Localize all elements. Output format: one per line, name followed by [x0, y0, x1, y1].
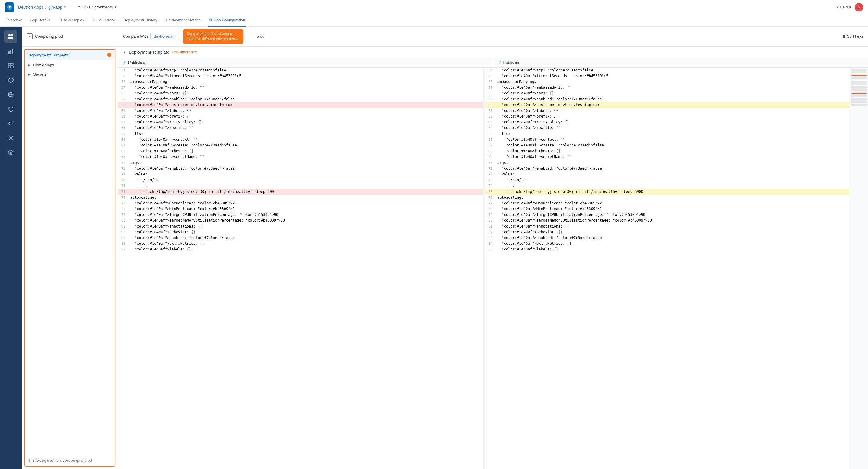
table-row: 76autoscaling:: [485, 195, 850, 200]
table-row: 65 tls:: [485, 131, 850, 137]
compare-env-select[interactable]: devtron-qa ▾: [150, 33, 179, 40]
table-row: 83 "color:#1e40af">enabled: "color:#7c3a…: [485, 235, 850, 241]
sidebar-item-apps[interactable]: [4, 30, 18, 43]
tree-item-deployment-template[interactable]: Deployment Template: [25, 50, 115, 60]
table-row: 64 "color:#1e40af">rewrite: "": [118, 125, 483, 131]
table-row: 82 "color:#1e40af">behavior: {}: [118, 229, 483, 235]
devtron-logo[interactable]: [5, 2, 14, 12]
sort-keys-button[interactable]: ⇅ Sort keys: [842, 34, 863, 39]
table-row: 62 "color:#1e40af">prefix: /: [485, 114, 850, 119]
table-row: 78 "color:#1e40af">MinReplicas: "color:#…: [118, 206, 483, 212]
compare-with-label: Compare With: [123, 34, 148, 39]
table-row: 84 "color:#1e40af">extraMetrics: []: [485, 241, 850, 247]
tab-build-deploy[interactable]: Build & Deploy: [58, 14, 85, 27]
close-compare-button[interactable]: ×: [27, 33, 33, 39]
diff-col-divider[interactable]: [483, 67, 485, 469]
help-button[interactable]: ? Help ▾: [836, 5, 851, 9]
sidebar-item-globe[interactable]: [4, 88, 18, 101]
sidebar-item-code[interactable]: [4, 117, 18, 130]
env-dropdown-icon[interactable]: ▾: [115, 5, 117, 9]
sidebar-item-layers[interactable]: [4, 146, 18, 159]
right-col-label: Published: [503, 60, 521, 65]
diff-content: 54 "color:#1e40af">tcp: "color:#7c3aed">…: [118, 67, 868, 469]
has-difference-badge: Has difference: [172, 50, 197, 54]
table-row: 85 "color:#1e40af">labels: {}: [118, 247, 483, 252]
table-row: 63 "color:#1e40af">retryPolicy: {}: [485, 119, 850, 125]
table-row: 73 - /bin/sh: [485, 177, 850, 183]
table-row: 74 - -c: [485, 183, 850, 189]
svg-rect-5: [8, 51, 10, 54]
current-app-link[interactable]: gin-app: [48, 5, 62, 10]
table-row: 60 "color:#1e40af">hostname: devtron.tes…: [485, 102, 850, 108]
tree-container: Deployment Template ▶ ConfigMaps ▶ Secre…: [24, 49, 116, 467]
parent-app-link[interactable]: Devtron Apps: [18, 5, 43, 10]
diff-columns-header: ✓ Published ✓ Published: [118, 58, 868, 67]
svg-rect-8: [8, 63, 10, 65]
sort-icon: ⇅: [842, 34, 846, 39]
table-row: 77 "color:#1e40af">MaxReplicas: "color:#…: [485, 200, 850, 206]
table-row: 60 "color:#1e40af">hostname: devtron.exa…: [118, 102, 483, 108]
sidebar-item-chart[interactable]: [4, 44, 18, 58]
help-label: Help: [840, 5, 848, 9]
table-row: 80 "color:#1e40af">TargetMemoryUtilizati…: [485, 218, 850, 223]
table-row: 79 "color:#1e40af">TargetCPUUtilizationP…: [118, 212, 483, 218]
table-row: 64 "color:#1e40af">rewrite: "": [485, 125, 850, 131]
breadcrumb: Devtron Apps / gin-app ▾: [18, 5, 66, 10]
env-count: 5/5 Environments: [82, 5, 113, 9]
tab-deployment-history[interactable]: Deployment History: [123, 14, 158, 27]
table-row: 74 - -c: [118, 183, 483, 189]
user-avatar[interactable]: S: [855, 3, 863, 11]
main-split-area: Deployment Template ▶ ConfigMaps ▶ Secre…: [22, 47, 868, 469]
table-row: 54 "color:#1e40af">tcp: "color:#7c3aed">…: [485, 67, 850, 73]
table-row: 80 "color:#1e40af">TargetMemoryUtilizati…: [118, 218, 483, 223]
table-row: 59 "color:#1e40af">enabled: "color:#7c3a…: [485, 96, 850, 102]
table-row: 54 "color:#1e40af">tcp: "color:#7c3aed">…: [118, 67, 483, 73]
table-row: 68 "color:#1e40af">hosts: []: [485, 148, 850, 154]
tab-app-details[interactable]: App Details: [30, 14, 51, 27]
left-check-icon: ✓: [123, 60, 126, 65]
table-row: 84 "color:#1e40af">extraMetrics: []: [118, 241, 483, 247]
top-bar: Devtron Apps / gin-app ▾ ≡ 5/5 Environme…: [0, 0, 868, 14]
table-row: 70args:: [485, 160, 850, 166]
env-selector[interactable]: ≡ 5/5 Environments ▾: [79, 5, 117, 9]
tab-build-history[interactable]: Build History: [92, 14, 116, 27]
table-row: 56ambassadorMapping:: [118, 79, 483, 85]
table-row: 55 "color:#1e40af">timeoutSeconds: "colo…: [485, 73, 850, 79]
top-panels-header: × Comparing prod Compare With devtron-qa…: [22, 27, 868, 47]
left-tree-panel: Deployment Template ▶ ConfigMaps ▶ Secre…: [22, 47, 118, 469]
table-row: 56ambassadorMapping:: [485, 79, 850, 85]
sidebar-item-settings[interactable]: [4, 131, 18, 145]
tab-deployment-metrics[interactable]: Deployment Metrics: [165, 14, 201, 27]
collapse-section-icon[interactable]: ▼: [123, 50, 126, 54]
diff-panel: ▼ Deployment Template Has difference ✓ P…: [118, 47, 868, 469]
app-dropdown-icon[interactable]: ▾: [64, 5, 66, 9]
table-row: 79 "color:#1e40af">TargetCPUUtilizationP…: [485, 212, 850, 218]
tree-item-configmaps[interactable]: ▶ ConfigMaps: [25, 60, 115, 70]
chevron-down-icon: ▾: [174, 34, 176, 38]
info-text: Showing files from devtron-qa & prod: [32, 459, 92, 463]
tree-item-secrets[interactable]: ▶ Secrets: [25, 70, 115, 79]
diff-right-col: 54 "color:#1e40af">tcp: "color:#7c3aed">…: [485, 67, 850, 469]
table-row: 71 "color:#1e40af">enabled: "color:#7c3a…: [118, 166, 483, 171]
svg-rect-9: [11, 63, 13, 65]
help-dropdown-icon: ▾: [849, 5, 851, 9]
sidebar-item-shield[interactable]: [4, 102, 18, 116]
content-area: × Comparing prod Compare With devtron-qa…: [22, 27, 868, 469]
table-row: 55 "color:#1e40af">timeoutSeconds: "colo…: [118, 73, 483, 79]
compare-env-value: devtron-qa: [154, 34, 173, 39]
svg-rect-2: [11, 34, 13, 36]
table-row: 63 "color:#1e40af">retryPolicy: {}: [118, 119, 483, 125]
sidebar-item-grid[interactable]: [4, 59, 18, 72]
info-icon: ℹ: [28, 459, 30, 463]
table-row: 58 "color:#1e40af">cors: {}: [118, 90, 483, 96]
help-circle-icon: ?: [836, 5, 838, 9]
compare-title: Comparing prod: [35, 34, 63, 39]
sidebar-item-package[interactable]: [4, 73, 18, 87]
tab-app-configuration[interactable]: ⚙ App Configuration: [208, 14, 246, 27]
right-check-icon: ✓: [498, 60, 501, 65]
table-row: 62 "color:#1e40af">prefix: /: [118, 114, 483, 119]
table-row: 57 "color:#1e40af">ambassadorId: "": [118, 85, 483, 90]
tab-overview[interactable]: Overview: [5, 14, 22, 27]
table-row: 85 "color:#1e40af">labels: {}: [485, 247, 850, 252]
table-row: 69 "color:#1e40af">secretName: "": [485, 154, 850, 160]
